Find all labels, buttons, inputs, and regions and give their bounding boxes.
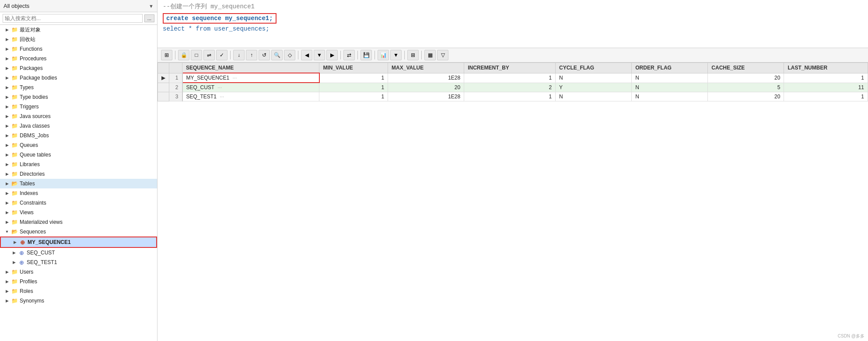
- sidebar-item-synonyms[interactable]: ▶ 📁 Synonyms: [0, 296, 157, 306]
- table-row[interactable]: 3 SEQ_TEST1 ··· 1 1E28 1 N N 20 1: [158, 92, 868, 101]
- sidebar-item-label: Tables: [20, 181, 35, 187]
- sidebar-item-users[interactable]: ▶ 📁 Users: [0, 267, 157, 277]
- clear-button[interactable]: ◇: [284, 50, 295, 60]
- row-menu-icon[interactable]: ···: [233, 75, 237, 81]
- sidebar-item-views[interactable]: ▶ 📁 Views: [0, 208, 157, 217]
- sidebar-item-seq-cust[interactable]: ▶ ⊕ SEQ_CUST: [0, 248, 157, 257]
- sidebar-item-label: 回收站: [20, 36, 35, 43]
- col-cycle-flag-header[interactable]: CYCLE_FLAG: [556, 63, 632, 73]
- chart-dropdown-button[interactable]: ▼: [390, 50, 402, 60]
- scroll-up-button[interactable]: ↑: [246, 50, 257, 60]
- dropdown-chevron-icon[interactable]: ▼: [149, 3, 154, 9]
- sidebar-item-label: MY_SEQUENCE1: [28, 239, 71, 245]
- last-number-cell: 1: [784, 73, 868, 83]
- sidebar-item-label: Queue tables: [20, 152, 51, 158]
- increment-by-cell: 1: [464, 73, 556, 83]
- separator: [374, 51, 375, 59]
- folder-icon: 📁: [10, 151, 18, 159]
- chart-button[interactable]: 📊: [378, 50, 389, 60]
- sidebar-item-types[interactable]: ▶ 📁 Types: [0, 83, 157, 92]
- refresh-button[interactable]: ↺: [259, 50, 270, 60]
- sidebar-item-mat-views[interactable]: ▶ 📁 Materialized views: [0, 217, 157, 227]
- col-min-value-header[interactable]: MIN_VALUE: [319, 63, 388, 73]
- col-sequence-name-header[interactable]: SEQUENCE_NAME: [182, 63, 319, 73]
- cache-size-cell: 20: [708, 92, 784, 101]
- sidebar-item-label: 最近对象: [20, 26, 41, 34]
- sidebar-item-constraints[interactable]: ▶ 📁 Constraints: [0, 198, 157, 208]
- cycle-flag-cell: Y: [556, 83, 632, 92]
- sidebar-item-dbms-jobs[interactable]: ▶ 📁 DBMS_Jobs: [0, 131, 157, 140]
- sidebar-item-package-bodies[interactable]: ▶ 📁 Package bodies: [0, 73, 157, 83]
- col-last-number-header[interactable]: LAST_NUMBER: [784, 63, 868, 73]
- sidebar-item-profiles[interactable]: ▶ 📁 Profiles: [0, 277, 157, 286]
- sidebar-item-label: SEQ_CUST: [27, 250, 55, 256]
- export-button[interactable]: ⇄: [343, 50, 355, 60]
- down-arrow-button[interactable]: ▼: [314, 50, 325, 60]
- folder-icon: 📁: [10, 189, 18, 197]
- prev-button[interactable]: ◀: [301, 50, 312, 60]
- sequence-name-cell[interactable]: MY_SEQUENCE1 ···: [182, 73, 319, 83]
- filter-button[interactable]: ▽: [437, 50, 448, 60]
- sidebar-item-label: SEQ_TEST1: [27, 259, 57, 265]
- sidebar-item-libraries[interactable]: ▶ 📁 Libraries: [0, 160, 157, 169]
- row-menu-icon[interactable]: ···: [220, 94, 224, 100]
- sidebar-item-java-sources[interactable]: ▶ 📁 Java sources: [0, 111, 157, 121]
- sidebar-item-java-classes[interactable]: ▶ 📁 Java classes: [0, 121, 157, 131]
- next-button[interactable]: ▶: [326, 50, 338, 60]
- sidebar-item-queue-tables[interactable]: ▶ 📁 Queue tables: [0, 150, 157, 160]
- chevron-right-icon: ▶: [10, 259, 18, 266]
- sidebar-item-triggers[interactable]: ▶ 📁 Triggers: [0, 102, 157, 111]
- col-max-value-header[interactable]: MAX_VALUE: [388, 63, 464, 73]
- columns-button[interactable]: ▦: [424, 50, 436, 60]
- sidebar-item-seq-test1[interactable]: ▶ ⊕ SEQ_TEST1: [0, 257, 157, 267]
- sidebar-item-label: Materialized views: [20, 219, 63, 225]
- sidebar-item-type-bodies[interactable]: ▶ 📁 Type bodies: [0, 92, 157, 102]
- row-arrow-cell: [158, 83, 169, 92]
- folder-icon: 📁: [10, 26, 18, 34]
- folder-icon: 📁: [10, 45, 18, 53]
- grid-options-button[interactable]: ⊞: [407, 50, 419, 60]
- chevron-right-icon: ▶: [4, 122, 10, 129]
- chevron-right-icon: ▶: [4, 55, 10, 62]
- sidebar-item-packages[interactable]: ▶ 📁 Packages: [0, 63, 157, 73]
- row-menu-icon[interactable]: ···: [217, 84, 222, 90]
- paste-button[interactable]: ⇌: [203, 50, 215, 60]
- sidebar-item-my-sequence1[interactable]: ▶ ⊕ MY_SEQUENCE1: [0, 237, 157, 248]
- sequence-name-cell[interactable]: SEQ_TEST1 ···: [182, 92, 319, 101]
- sidebar-item-directories[interactable]: ▶ 📁 Directories: [0, 169, 157, 179]
- search-input[interactable]: [3, 14, 143, 23]
- folder-icon: 📁: [10, 132, 18, 139]
- min-value-cell: 1: [319, 92, 388, 101]
- scroll-down-button[interactable]: ↓: [233, 50, 245, 60]
- sidebar-item-procedures[interactable]: ▶ 📁 Procedures: [0, 54, 157, 63]
- col-cache-size-header[interactable]: CACHE_SIZE: [708, 63, 784, 73]
- chevron-right-icon: ▶: [4, 45, 10, 52]
- sidebar-item-tables[interactable]: ▶ 📂 Tables: [0, 179, 157, 188]
- sequence-name-cell[interactable]: SEQ_CUST ···: [182, 83, 319, 92]
- search-more-button[interactable]: ...: [144, 14, 154, 22]
- grid-view-button[interactable]: ⊞: [161, 50, 172, 60]
- last-number-cell: 1: [784, 92, 868, 101]
- col-order-flag-header[interactable]: ORDER_FLAG: [632, 63, 708, 73]
- col-increment-by-header[interactable]: INCREMENT_BY: [464, 63, 556, 73]
- chevron-right-icon: ▶: [4, 268, 10, 275]
- sidebar-item-roles[interactable]: ▶ 📁 Roles: [0, 286, 157, 296]
- sidebar-item-label: Roles: [20, 288, 33, 294]
- sidebar-item-sequences[interactable]: ▼ 📂 Sequences: [0, 227, 157, 237]
- table-row[interactable]: 2 SEQ_CUST ··· 1 20 2 Y N 5 11: [158, 83, 868, 92]
- sidebar-item-recent[interactable]: ▶ 📁 最近对象: [0, 25, 157, 35]
- sidebar-item-indexes[interactable]: ▶ 📁 Indexes: [0, 188, 157, 198]
- col-arrow-header: [158, 63, 169, 73]
- main-content: --创建一个序列 my_sequence1 create sequence my…: [158, 0, 868, 341]
- lock-button[interactable]: 🔒: [178, 50, 189, 60]
- sidebar-item-queues[interactable]: ▶ 📁 Queues: [0, 140, 157, 150]
- post-button[interactable]: ✓: [216, 50, 228, 60]
- table-row[interactable]: ▶ 1 MY_SEQUENCE1 ··· 1 1E28 1 N N 20 1: [158, 73, 868, 83]
- last-number-cell: 11: [784, 83, 868, 92]
- search-button[interactable]: 🔍: [271, 50, 283, 60]
- sql-editor[interactable]: --创建一个序列 my_sequence1 create sequence my…: [158, 0, 868, 48]
- save-button[interactable]: 💾: [360, 50, 372, 60]
- sidebar-item-recycle[interactable]: ▶ 📁 回收站: [0, 35, 157, 44]
- copy-button[interactable]: □: [191, 50, 202, 60]
- sidebar-item-functions[interactable]: ▶ 📁 Functions: [0, 44, 157, 54]
